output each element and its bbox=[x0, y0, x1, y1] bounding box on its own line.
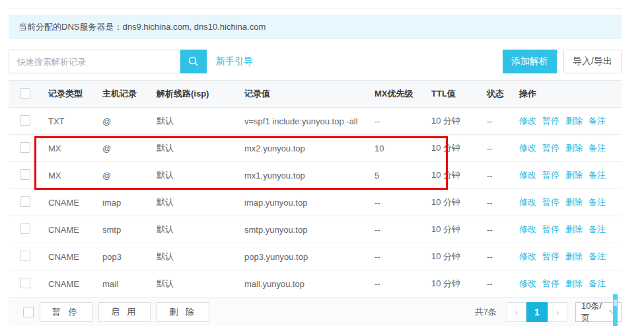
header-status: 状态 bbox=[487, 88, 519, 100]
cell-record-type: CNAME bbox=[48, 279, 102, 289]
cell-mx-priority: -- bbox=[375, 198, 431, 208]
cell-mx-priority: 10 bbox=[375, 143, 431, 153]
total-count: 共7条 bbox=[475, 306, 497, 318]
batch-pause-button[interactable]: 暂 停 bbox=[40, 302, 92, 322]
current-page-button[interactable]: 1 bbox=[526, 302, 548, 322]
row-checkbox[interactable] bbox=[20, 142, 30, 153]
batch-enable-button[interactable]: 启 用 bbox=[98, 302, 151, 322]
delete-link[interactable]: 删除 bbox=[565, 251, 583, 263]
modify-link[interactable]: 修改 bbox=[519, 142, 536, 154]
search-input[interactable] bbox=[9, 50, 180, 73]
records-table: 记录类型 主机记录 解析线路(isp) 记录值 MX优先级 TTL值 状态 操作… bbox=[9, 80, 622, 298]
pause-link[interactable]: 暂停 bbox=[542, 142, 559, 154]
cell-status: -- bbox=[487, 143, 519, 153]
cell-line: 默认 bbox=[157, 278, 244, 290]
pause-link[interactable]: 暂停 bbox=[542, 115, 559, 127]
dns-records-page: 当前分配的DNS服务器是：dns9.hichina.com, dns10.hic… bbox=[0, 0, 644, 326]
cell-status: -- bbox=[487, 171, 519, 181]
cell-line: 默认 bbox=[157, 224, 244, 235]
remark-link[interactable]: 备注 bbox=[589, 142, 606, 154]
add-record-button[interactable]: 添加解析 bbox=[503, 50, 557, 73]
modify-link[interactable]: 修改 bbox=[519, 251, 536, 263]
table-row: MX @ 默认 mx2.yunyou.top 10 10 分钟 -- 修改 暂停… bbox=[9, 135, 622, 162]
side-floating-widget[interactable] bbox=[613, 294, 618, 326]
cell-host-record: @ bbox=[102, 171, 157, 181]
header-line: 解析线路(isp) bbox=[157, 88, 244, 100]
remark-link[interactable]: 备注 bbox=[589, 169, 606, 181]
header-ttl: TTL值 bbox=[431, 88, 487, 100]
remark-link[interactable]: 备注 bbox=[589, 115, 606, 127]
cell-line: 默认 bbox=[157, 251, 244, 263]
table-row: CNAME pop3 默认 pop3.yunyou.top -- 10 分钟 -… bbox=[9, 243, 622, 270]
dns-server-banner-text: 当前分配的DNS服务器是：dns9.hichina.com, dns10.hic… bbox=[18, 21, 266, 33]
table-row: CNAME smtp 默认 smtp.yunyou.top -- 10 分钟 -… bbox=[9, 216, 622, 243]
cell-ttl: 10 分钟 bbox=[431, 251, 487, 263]
row-checkbox[interactable] bbox=[20, 251, 30, 261]
cell-status: -- bbox=[487, 252, 519, 262]
cell-record-value: v=spf1 include:yunyou.top -all bbox=[244, 116, 375, 126]
search-button[interactable] bbox=[180, 50, 207, 73]
import-export-button[interactable]: 导入/导出 bbox=[563, 50, 622, 73]
row-checkbox[interactable] bbox=[20, 169, 30, 180]
cell-line: 默认 bbox=[157, 142, 244, 154]
remark-link[interactable]: 备注 bbox=[589, 251, 606, 263]
footer-bar: 暂 停 启 用 删 除 共7条 ‹ 1 › 10条/页 bbox=[9, 298, 622, 326]
delete-link[interactable]: 删除 bbox=[565, 196, 583, 208]
next-page-button[interactable]: › bbox=[548, 302, 567, 322]
search-icon bbox=[188, 56, 199, 67]
modify-link[interactable]: 修改 bbox=[519, 278, 536, 290]
cell-line: 默认 bbox=[157, 115, 244, 127]
pause-link[interactable]: 暂停 bbox=[542, 169, 559, 181]
pause-link[interactable]: 暂停 bbox=[542, 251, 559, 263]
delete-link[interactable]: 删除 bbox=[565, 115, 583, 127]
cell-ttl: 10 分钟 bbox=[431, 196, 487, 208]
cell-line: 默认 bbox=[157, 196, 244, 208]
cell-record-type: MX bbox=[48, 171, 102, 181]
modify-link[interactable]: 修改 bbox=[519, 196, 536, 208]
remark-link[interactable]: 备注 bbox=[589, 196, 606, 208]
cell-host-record: mail bbox=[102, 279, 157, 289]
cell-ttl: 10 分钟 bbox=[431, 115, 487, 127]
pause-link[interactable]: 暂停 bbox=[542, 196, 559, 208]
cell-record-type: CNAME bbox=[48, 225, 102, 235]
table-body: TXT @ 默认 v=spf1 include:yunyou.top -all … bbox=[9, 108, 622, 298]
row-checkbox[interactable] bbox=[20, 278, 30, 288]
modify-link[interactable]: 修改 bbox=[519, 224, 536, 235]
beginner-guide-link[interactable]: 新手引导 bbox=[216, 56, 253, 67]
cell-record-value: imap.yunyou.top bbox=[244, 198, 375, 208]
cell-record-type: CNAME bbox=[48, 198, 102, 208]
cell-record-type: MX bbox=[48, 143, 102, 153]
cell-status: -- bbox=[487, 225, 519, 235]
top-divider bbox=[9, 9, 622, 9]
header-record-value: 记录值 bbox=[244, 88, 375, 100]
select-all-checkbox[interactable] bbox=[20, 88, 30, 99]
table-row: CNAME mail 默认 mail.yunyou.top -- 10 分钟 -… bbox=[9, 270, 622, 298]
footer-select-all-checkbox[interactable] bbox=[23, 307, 34, 317]
delete-link[interactable]: 删除 bbox=[565, 169, 583, 181]
prev-page-button[interactable]: ‹ bbox=[507, 302, 526, 322]
row-checkbox[interactable] bbox=[20, 196, 30, 207]
dns-server-banner: 当前分配的DNS服务器是：dns9.hichina.com, dns10.hic… bbox=[9, 15, 622, 39]
pause-link[interactable]: 暂停 bbox=[542, 278, 559, 290]
cell-record-type: TXT bbox=[48, 116, 102, 126]
cell-status: -- bbox=[487, 279, 519, 289]
modify-link[interactable]: 修改 bbox=[519, 169, 536, 181]
delete-link[interactable]: 删除 bbox=[565, 224, 583, 235]
delete-link[interactable]: 删除 bbox=[565, 278, 583, 290]
modify-link[interactable]: 修改 bbox=[519, 115, 536, 127]
delete-link[interactable]: 删除 bbox=[565, 142, 583, 154]
remark-link[interactable]: 备注 bbox=[589, 224, 606, 235]
side-widget-icon bbox=[614, 300, 617, 306]
table-row: CNAME imap 默认 imap.yunyou.top -- 10 分钟 -… bbox=[9, 189, 622, 216]
cell-status: -- bbox=[487, 198, 519, 208]
row-checkbox[interactable] bbox=[20, 224, 30, 234]
batch-delete-button[interactable]: 删 除 bbox=[157, 302, 209, 322]
row-checkbox[interactable] bbox=[20, 115, 30, 126]
cell-record-value: mx2.yunyou.top bbox=[244, 143, 375, 153]
pause-link[interactable]: 暂停 bbox=[542, 224, 559, 235]
table-row: TXT @ 默认 v=spf1 include:yunyou.top -all … bbox=[9, 108, 622, 135]
cell-mx-priority: -- bbox=[375, 225, 431, 235]
cell-mx-priority: -- bbox=[375, 116, 431, 126]
remark-link[interactable]: 备注 bbox=[589, 278, 606, 290]
cell-mx-priority: -- bbox=[375, 279, 431, 289]
